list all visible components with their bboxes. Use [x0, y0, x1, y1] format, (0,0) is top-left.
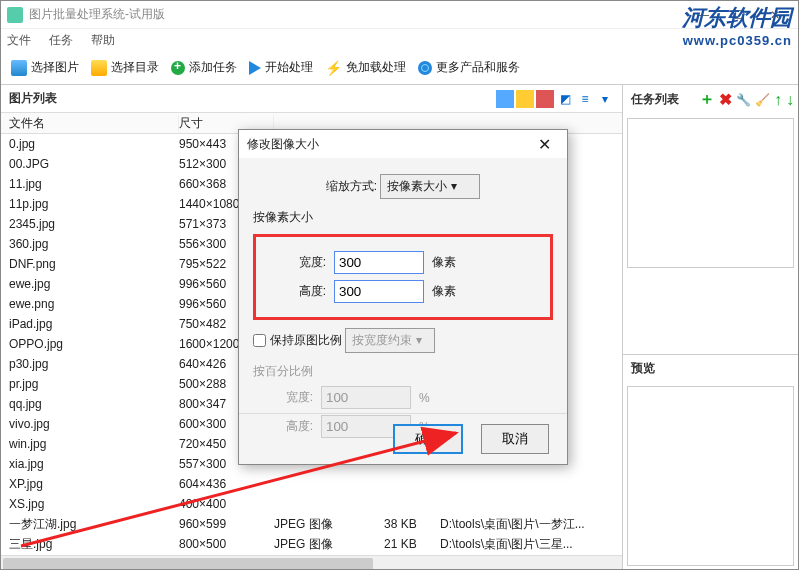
height-unit: 像素	[432, 283, 472, 300]
play-icon	[249, 61, 261, 75]
toolbar-start[interactable]: 开始处理	[245, 57, 317, 78]
task-wrench-icon[interactable]: 🔧	[736, 93, 751, 107]
col-name[interactable]: 文件名	[9, 115, 179, 132]
toolbar-free[interactable]: ⚡免加载处理	[321, 57, 410, 78]
horizontal-scrollbar[interactable]	[1, 555, 622, 570]
window-title: 图片批量处理系统-试用版	[29, 6, 165, 23]
app-icon	[7, 7, 23, 23]
bolt-icon: ⚡	[325, 60, 342, 76]
mini-icon[interactable]	[536, 90, 554, 108]
maximize-button[interactable]: ☐	[722, 4, 756, 26]
height-input[interactable]	[334, 280, 424, 303]
mini-icon[interactable]	[496, 90, 514, 108]
toolbar-select-image[interactable]: 选择图片	[7, 57, 83, 78]
toolbar: 选择图片 选择目录 添加任务 开始处理 ⚡免加载处理 更多产品和服务	[1, 51, 798, 85]
mini-icon[interactable]	[516, 90, 534, 108]
task-delete-icon[interactable]: ✖	[719, 90, 732, 109]
width-label: 宽度:	[266, 254, 326, 271]
globe-icon	[418, 61, 432, 75]
table-row[interactable]: 一梦江湖.jpg960×599JPEG 图像38 KBD:\tools\桌面\图…	[9, 514, 622, 534]
plus-icon	[171, 61, 185, 75]
mini-icon[interactable]: ≡	[576, 90, 594, 108]
panel-title: 图片列表	[1, 85, 65, 112]
keep-ratio-checkbox[interactable]	[253, 334, 266, 347]
menu-file[interactable]: 文件	[7, 32, 31, 49]
keep-ratio-label: 保持原图比例	[270, 332, 342, 349]
task-up-icon[interactable]: ↑	[774, 91, 782, 109]
task-list-title: 任务列表	[623, 86, 687, 113]
toolbar-add-task[interactable]: 添加任务	[167, 57, 241, 78]
by-pixel-label: 按像素大小	[253, 209, 553, 226]
dialog-close-button[interactable]: ✕	[529, 135, 559, 154]
pct-width-input	[321, 386, 411, 409]
folder-icon	[91, 60, 107, 76]
pixel-fields-highlight: 宽度: 像素 高度: 像素	[253, 234, 553, 320]
resize-dialog: 修改图像大小 ✕ 缩放方式: 按像素大小 ▾ 按像素大小 宽度: 像素 高度: …	[238, 129, 568, 465]
table-row[interactable]: XP.jpg604×436	[9, 474, 622, 494]
by-percent-label: 按百分比例	[253, 363, 553, 380]
mini-icon[interactable]: ◩	[556, 90, 574, 108]
preview-title: 预览	[623, 355, 798, 382]
height-label: 高度:	[266, 283, 326, 300]
width-unit: 像素	[432, 254, 472, 271]
table-row[interactable]: 三星.jpg800×500JPEG 图像21 KBD:\tools\桌面\图片\…	[9, 534, 622, 554]
constraint-select[interactable]: 按宽度约束 ▾	[345, 328, 435, 353]
mini-icon[interactable]: ▾	[596, 90, 614, 108]
task-broom-icon[interactable]: 🧹	[755, 93, 770, 107]
table-row[interactable]: XS.jpg400×400	[9, 494, 622, 514]
image-icon	[11, 60, 27, 76]
width-input[interactable]	[334, 251, 424, 274]
scale-mode-select[interactable]: 按像素大小 ▾	[380, 174, 480, 199]
toolbar-select-dir[interactable]: 选择目录	[87, 57, 163, 78]
titlebar: 图片批量处理系统-试用版 — ☐ ✕	[1, 1, 798, 29]
menubar: 文件 任务 帮助	[1, 29, 798, 51]
scale-mode-label: 缩放方式:	[326, 178, 377, 195]
task-add-icon[interactable]: ＋	[699, 89, 715, 110]
task-down-icon[interactable]: ↓	[786, 91, 794, 109]
close-button[interactable]: ✕	[758, 4, 792, 26]
right-panel: 任务列表 ＋ ✖ 🔧 🧹 ↑ ↓ 预览	[623, 85, 798, 570]
menu-task[interactable]: 任务	[49, 32, 73, 49]
minimize-button[interactable]: —	[686, 4, 720, 26]
ok-button[interactable]: 确定	[393, 424, 463, 454]
menu-help[interactable]: 帮助	[91, 32, 115, 49]
dialog-title: 修改图像大小	[247, 136, 319, 153]
toolbar-more[interactable]: 更多产品和服务	[414, 57, 524, 78]
cancel-button[interactable]: 取消	[481, 424, 549, 454]
